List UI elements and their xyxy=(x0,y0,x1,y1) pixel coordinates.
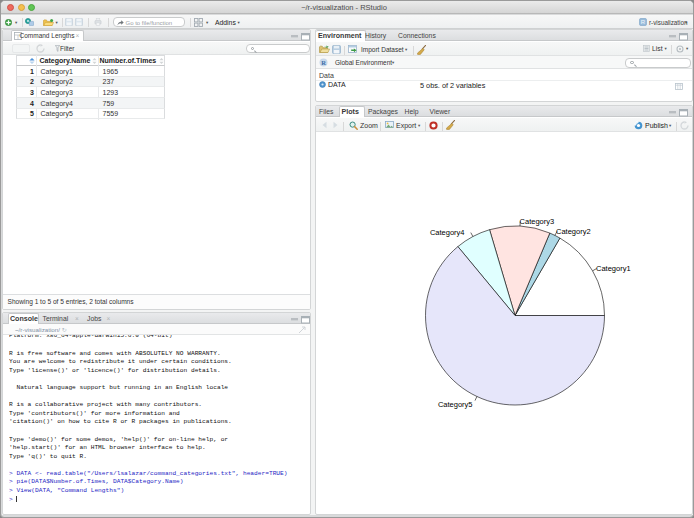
svg-text:Category2: Category2 xyxy=(556,227,591,236)
svg-text:Category3: Category3 xyxy=(520,217,555,226)
svg-text:R: R xyxy=(640,19,645,25)
svg-text:Category1: Category1 xyxy=(596,264,631,273)
svg-text:Category5: Category5 xyxy=(438,400,473,409)
svg-text:R: R xyxy=(321,59,326,66)
svg-text:Category4: Category4 xyxy=(430,228,465,237)
